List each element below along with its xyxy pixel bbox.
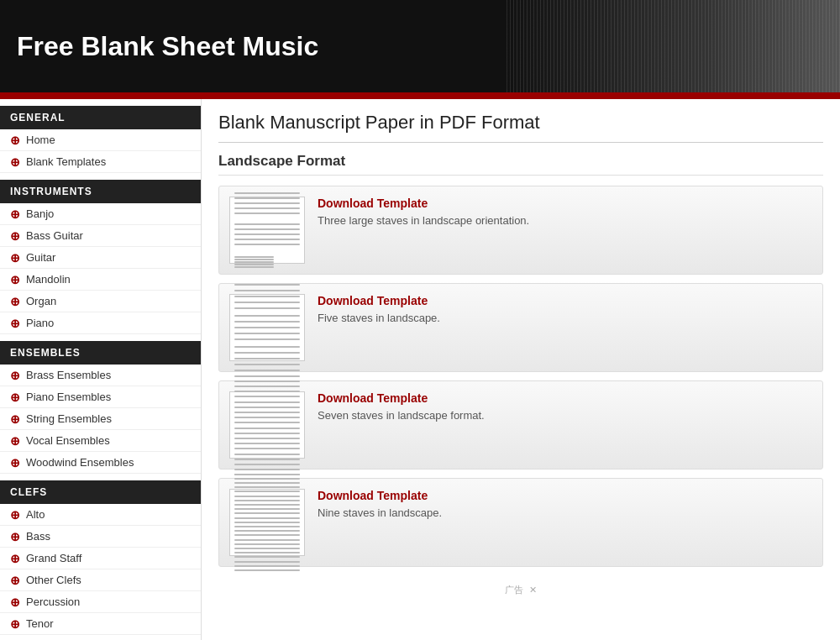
staff-line [234,543,300,545]
piano-link[interactable]: Piano [26,317,54,329]
sidebar-item-bass-guitar[interactable]: ⊕ Bass Guitar [0,225,201,247]
percussion-link[interactable]: Percussion [26,595,80,608]
main-content: Blank Manuscript Paper in PDF Format Lan… [202,99,840,640]
sidebar-item-woodwind-ensembles[interactable]: ⊕ Woodwind Ensembles [0,452,201,474]
organ-link[interactable]: Organ [26,295,56,307]
instruments-section-header: INSTRUMENTS [0,180,201,203]
staff-line [234,228,300,230]
vocal-ensembles-link[interactable]: Vocal Ensembles [26,434,110,447]
header-guitar-image [504,0,840,92]
staff-line [234,522,300,523]
sidebar-item-guitar[interactable]: ⊕ Guitar [0,247,201,269]
plus-icon: ⊕ [10,596,20,608]
sidebar-item-other-clefs[interactable]: ⊕ Other Clefs [0,569,201,591]
template-card-3: Download Template Seven staves in landsc… [218,380,823,470]
staff-line [234,548,300,549]
staff-line [234,266,274,268]
page-title: Blank Manuscript Paper in PDF Format [218,112,823,143]
staff-line [234,464,300,465]
bass-link[interactable]: Bass [26,530,50,543]
home-link[interactable]: Home [26,134,55,146]
sidebar-item-vocal-ensembles[interactable]: ⊕ Vocal Ensembles [0,430,201,452]
download-template-link-2[interactable]: Download Template [318,294,428,307]
site-title: Free Blank Sheet Music [17,31,318,62]
staff-line [234,239,300,240]
download-template-link-4[interactable]: Download Template [318,489,428,502]
staff-line [234,290,300,291]
staff-line [234,433,300,434]
alto-link[interactable]: Alto [26,508,45,521]
banjo-link[interactable]: Banjo [26,207,54,220]
sidebar-item-tenor[interactable]: ⊕ Tenor [0,613,201,635]
blank-templates-link[interactable]: Blank Templates [26,155,106,168]
staff-line [234,417,300,418]
staff-line [234,552,300,553]
sidebar-item-home[interactable]: ⊕ Home [0,129,201,151]
staff-line [234,517,300,519]
staff-line [234,526,300,527]
template-info-2: Download Template Five staves in landsca… [318,294,812,324]
download-template-link-3[interactable]: Download Template [318,391,428,405]
plus-icon: ⊕ [10,230,20,242]
staff-line [234,259,274,260]
mandolin-link[interactable]: Mandolin [26,273,71,286]
template-preview-1 [229,197,305,264]
download-template-link-1[interactable]: Download Template [318,197,428,210]
staff-line [234,556,300,558]
brass-ensembles-link[interactable]: Brass Ensembles [26,369,111,381]
sidebar-item-organ[interactable]: ⊕ Organ [0,291,201,312]
woodwind-ensembles-link[interactable]: Woodwind Ensembles [26,456,134,469]
staff-line [234,315,300,317]
sidebar-item-blank-templates[interactable]: ⊕ Blank Templates [0,151,201,173]
staff-line [234,561,300,563]
staff-line [234,386,300,387]
other-clefs-link[interactable]: Other Clefs [26,574,81,586]
guitar-link[interactable]: Guitar [26,251,55,264]
staff-line [234,569,300,571]
template-card-2: Download Template Five staves in landsca… [218,283,823,372]
ad-label: 广告 [505,585,523,595]
sidebar-item-alto[interactable]: ⊕ Alto [0,504,201,526]
plus-icon: ⊕ [10,252,20,264]
staff-line [234,296,300,297]
sidebar-item-percussion[interactable]: ⊕ Percussion [0,591,201,613]
template-card-1: Download Template Three large staves in … [218,186,823,275]
ad-close-button[interactable]: ✕ [529,585,537,595]
template-preview-2 [229,294,305,361]
plus-icon: ⊕ [10,457,20,469]
staff-line [234,474,300,475]
sidebar-item-banjo[interactable]: ⊕ Banjo [0,203,201,225]
plus-icon: ⊕ [10,370,20,381]
clefs-section-header: CLEFS [0,480,201,504]
string-ensembles-link[interactable]: String Ensembles [26,412,112,425]
red-bar-divider [0,92,840,99]
sidebar-item-bass[interactable]: ⊕ Bass [0,526,201,548]
bass-guitar-link[interactable]: Bass Guitar [26,229,83,242]
grand-staff-link[interactable]: Grand Staff [26,552,81,564]
staff-line [234,375,300,377]
staff-line [234,364,300,365]
piano-ensembles-link[interactable]: Piano Ensembles [26,391,111,403]
template-description-3: Seven staves in landscape format. [318,409,812,422]
staff-line [234,333,300,334]
section-title: Landscape Format [218,153,823,176]
staff-line [234,454,300,455]
staff-line [234,321,300,323]
sidebar-item-mandolin[interactable]: ⊕ Mandolin [0,269,201,291]
sidebar-item-piano-ensembles[interactable]: ⊕ Piano Ensembles [0,386,201,408]
sidebar-item-brass-ensembles[interactable]: ⊕ Brass Ensembles [0,365,201,386]
plus-icon: ⊕ [10,274,20,286]
staff-line [234,530,300,532]
staff-line [234,486,300,488]
plus-icon: ⊕ [10,553,20,564]
sidebar-item-piano[interactable]: ⊕ Piano [0,312,201,334]
staff-line [234,490,300,492]
plus-icon: ⊕ [10,574,20,586]
template-card-4: Download Template Nine staves in landsca… [218,478,823,567]
sidebar-item-string-ensembles[interactable]: ⊕ String Ensembles [0,408,201,430]
tenor-link[interactable]: Tenor [26,617,54,630]
staff-line [234,482,300,484]
staff-line [234,380,300,382]
sidebar-item-grand-staff[interactable]: ⊕ Grand Staff [0,548,201,569]
staff-line [234,504,300,506]
